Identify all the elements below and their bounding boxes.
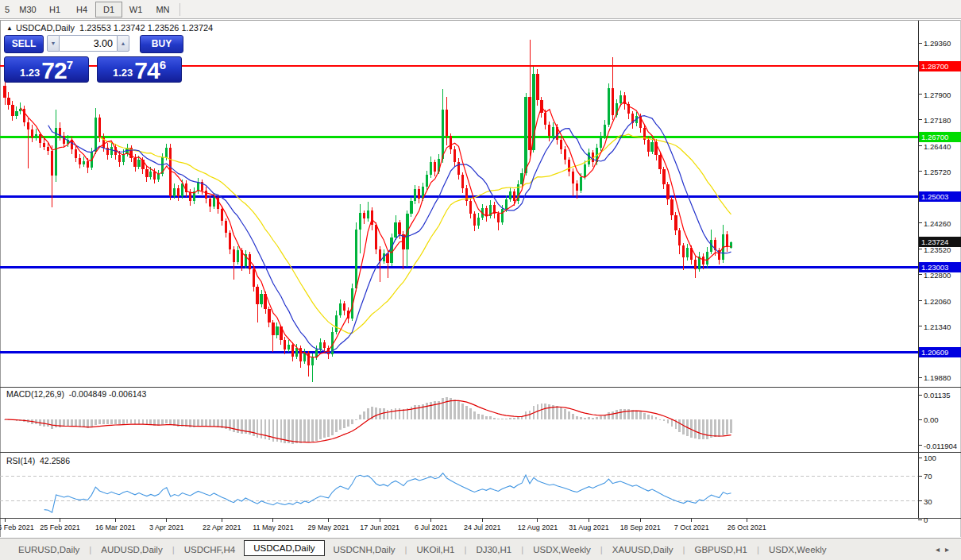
macd-values: -0.004849 -0.006143 — [69, 389, 147, 399]
date-label: 18 Sep 2021 — [620, 523, 661, 531]
chart-tab-bar: EURUSD,Daily|AUDUSD,Daily|USDCHF,H4USDCA… — [0, 538, 961, 560]
macd-label: MACD(12,26,9) -0.004849 -0.006143 — [6, 389, 146, 399]
date-label: 11 May 2021 — [253, 523, 293, 531]
price-tick: 1.25720 — [924, 168, 951, 176]
price-tick: 1.27180 — [924, 116, 951, 125]
buy-price-display[interactable]: 1.23 74 6 — [97, 56, 182, 83]
date-label: 25 Feb 2021 — [40, 523, 80, 531]
chart-title: ▲USDCAD,Daily 1.23553 1.23742 1.23526 1.… — [6, 23, 213, 33]
price-tick: 1.19880 — [924, 373, 951, 382]
macd-tick: 0.01135 — [924, 391, 951, 400]
rsi-label: RSI(14) 42.2586 — [6, 456, 70, 465]
tab-USDCNH-Daily[interactable]: USDCNH,Daily — [325, 542, 404, 558]
tab-AUDUSD-Daily[interactable]: AUDUSD,Daily — [92, 542, 171, 558]
level-badge-1.25003: 1.25003 — [919, 191, 961, 202]
volume-decrease-button[interactable]: ▼ — [47, 35, 60, 52]
date-label: 17 Jun 2021 — [360, 523, 399, 531]
chart-canvas[interactable] — [0, 0, 961, 560]
rsi-tick: 100 — [924, 454, 936, 462]
chart-symbol: USDCAD,Daily — [16, 23, 75, 33]
macd-tick: -0.011904 — [924, 442, 957, 450]
date-label: 29 May 2021 — [308, 523, 349, 531]
date-label: 26 Oct 2021 — [728, 523, 766, 531]
tab-USDCAD-Daily[interactable]: USDCAD,Daily — [244, 540, 324, 556]
price-tick: 1.27900 — [924, 91, 951, 99]
sell-button[interactable]: SELL — [4, 35, 44, 53]
current-price-badge: 1.23724 — [919, 237, 961, 247]
buy-price-main: 74 — [134, 60, 159, 82]
rsi-tick: 0 — [924, 516, 928, 524]
price-tick: 1.29360 — [924, 39, 951, 48]
date-label: 24 Jul 2021 — [464, 523, 501, 531]
sell-price-main: 72 — [41, 60, 66, 82]
sell-price-prefix: 1.23 — [20, 67, 40, 79]
buy-price-pip: 6 — [160, 58, 166, 71]
tab-XAUUSD-Daily[interactable]: XAUUSD,Daily — [604, 542, 682, 558]
date-label: 6 Feb 2021 — [0, 523, 34, 531]
rsi-name: RSI(14) — [6, 456, 35, 465]
date-label: 16 Mar 2021 — [95, 523, 136, 531]
tab-GBPUSD-H1[interactable]: GBPUSD,H1 — [686, 542, 756, 558]
one-click-trading-panel: SELL ▼ ▲ BUY 1.23 72 7 1.23 74 6 — [4, 35, 182, 83]
rsi-value: 42.2586 — [40, 456, 70, 465]
price-tick: 1.22060 — [924, 297, 951, 306]
tab-USDCHF-H4[interactable]: USDCHF,H4 — [176, 542, 245, 558]
sell-price-pip: 7 — [67, 58, 73, 71]
price-tick: 1.26440 — [924, 142, 951, 151]
level-badge-1.26700: 1.26700 — [919, 132, 961, 142]
date-label: 7 Oct 2021 — [674, 523, 709, 531]
rsi-tick: 30 — [924, 497, 932, 506]
tab-USDX-Weekly[interactable]: USDX,Weekly — [760, 542, 836, 558]
level-badge-1.20609: 1.20609 — [919, 347, 961, 357]
level-badge-1.28700: 1.28700 — [919, 61, 961, 71]
date-label: 31 Aug 2021 — [569, 523, 609, 531]
symbol-marker-icon: ▲ — [6, 25, 13, 32]
tab-EURUSD-Daily[interactable]: EURUSD,Daily — [10, 542, 88, 558]
tab-DJ30-H1[interactable]: DJ30,H1 — [467, 542, 520, 558]
volume-increase-button[interactable]: ▲ — [117, 35, 129, 52]
volume-input[interactable] — [60, 35, 117, 52]
date-label: 3 Apr 2021 — [149, 523, 184, 531]
buy-price-prefix: 1.23 — [113, 67, 133, 79]
tab-scroll-arrows[interactable]: ◂▸ — [936, 545, 955, 554]
macd-name: MACD(12,26,9) — [6, 389, 64, 399]
rsi-tick: 70 — [924, 472, 932, 481]
date-label: 12 Aug 2021 — [518, 523, 558, 531]
mt4-window: 5M30H1H4D1W1MN ▲USDCAD,Daily 1.23553 1.2… — [0, 0, 961, 560]
tab-USDX-Weekly[interactable]: USDX,Weekly — [524, 542, 600, 558]
level-badge-1.23003: 1.23003 — [919, 262, 961, 272]
price-tick: 1.21340 — [924, 322, 951, 331]
tab-UKOil-H1[interactable]: UKOil,H1 — [407, 542, 463, 558]
buy-button[interactable]: BUY — [140, 35, 183, 53]
sell-price-display[interactable]: 1.23 72 7 — [4, 56, 89, 83]
chart-ohlc-values: 1.23553 1.23742 1.23526 1.23724 — [79, 23, 213, 33]
price-tick: 1.24260 — [924, 219, 951, 228]
macd-tick: 0.00 — [924, 415, 939, 424]
date-label: 22 Apr 2021 — [203, 523, 241, 531]
date-label: 6 Jul 2021 — [415, 523, 448, 531]
